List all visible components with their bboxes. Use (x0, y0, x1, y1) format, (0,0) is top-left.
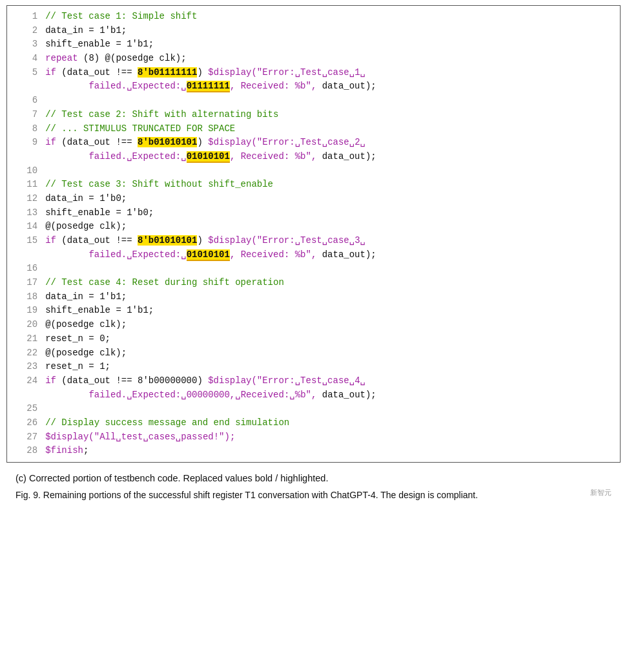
line-content: // Test case 2: Shift with alternating b… (44, 108, 617, 122)
line-number: 26 (10, 416, 44, 430)
line-number: 25 (10, 402, 44, 416)
line-number: 18 (10, 290, 44, 304)
line-content: shift_enable = 1'b1; (44, 304, 617, 318)
caption-box: (c) Corrected portion of testbench code.… (6, 468, 621, 506)
line-content (44, 94, 617, 108)
code-line-9: 9 if (data_out !== 8'b01010101) $display… (10, 136, 617, 150)
code-line-24: 24 if (data_out !== 8'b00000000) $displa… (10, 374, 617, 388)
code-line-16: 16 (10, 262, 617, 276)
line-number: 5 (10, 66, 44, 80)
code-line-22: 22 @(posedge clk); (10, 346, 617, 361)
line-number: 23 (10, 360, 44, 374)
line-number: 14 (10, 220, 44, 234)
line-content: // Test case 1: Simple shift (44, 10, 617, 24)
line-number: 7 (10, 108, 44, 122)
line-content: // Display success message and end simul… (44, 416, 617, 430)
line-number: 24 (10, 374, 44, 388)
line-content: // Test case 3: Shift without shift_enab… (44, 178, 617, 192)
code-line-7: 7 // Test case 2: Shift with alternating… (10, 108, 617, 122)
line-content (44, 164, 617, 178)
line-number: 21 (10, 332, 44, 346)
code-line-17: 17 // Test case 4: Reset during shift op… (10, 276, 617, 290)
line-content: @(posedge clk); (44, 346, 617, 361)
line-content: @(posedge clk); (44, 318, 617, 332)
line-number: 28 (10, 444, 44, 458)
code-line-18: 18 data_in = 1'b1; (10, 290, 617, 304)
code-line-12: 12 data_in = 1'b0; (10, 192, 617, 206)
code-line-6: 6 (10, 94, 617, 108)
line-number: 22 (10, 346, 44, 361)
code-line-2: 2 data_in = 1'b1; (10, 24, 617, 38)
line-number: 8 (10, 122, 44, 136)
code-line-25: 25 (10, 402, 617, 416)
code-line-3: 3 shift_enable = 1'b1; (10, 37, 617, 52)
line-content: // ... STIMULUS TRUNCATED FOR SPACE (44, 122, 617, 136)
highlight-expected: 01010101 (187, 151, 230, 163)
line-number: 27 (10, 430, 44, 445)
caption-title: (c) Corrected portion of testbench code.… (15, 472, 612, 486)
line-content: failed.␣Expected:␣01010101, Received: %b… (44, 150, 617, 164)
highlight-expected: 01111111 (187, 81, 230, 92)
highlight-expected: 01010101 (187, 249, 230, 261)
code-line-4: 4 repeat (8) @(posedge clk); (10, 52, 617, 66)
code-line-21: 21 reset_n = 0; (10, 332, 617, 346)
line-number (10, 248, 44, 262)
line-content: if (data_out !== 8'b01111111) $display("… (44, 66, 617, 80)
code-line-19: 19 shift_enable = 1'b1; (10, 304, 617, 318)
line-number: 15 (10, 234, 44, 248)
code-line-24-cont: failed.␣Expected:␣00000000,␣Received:␣%b… (10, 388, 617, 403)
code-line-5-cont: failed.␣Expected:␣01111111, Received: %b… (10, 79, 617, 94)
highlight-value: 8'b01010101 (138, 235, 197, 246)
watermark: 新智元 (590, 487, 612, 498)
line-number: 19 (10, 304, 44, 318)
line-number: 12 (10, 192, 44, 206)
line-content (44, 262, 617, 276)
outer-container: 1 // Test case 1: Simple shift 2 data_in… (0, 0, 627, 512)
fig-text: Fig. 9. Remaining portions of the succes… (15, 490, 478, 500)
highlight-value: 8'b01010101 (138, 137, 197, 147)
line-content: failed.␣Expected:␣00000000,␣Received:␣%b… (44, 388, 617, 403)
line-content: shift_enable = 1'b1; (44, 37, 617, 52)
code-line-9-cont: failed.␣Expected:␣01010101, Received: %b… (10, 150, 617, 164)
line-number: 3 (10, 37, 44, 52)
line-number: 2 (10, 24, 44, 38)
code-line-11: 11 // Test case 3: Shift without shift_e… (10, 178, 617, 192)
line-number: 20 (10, 318, 44, 332)
code-line-27: 27 $display("All␣test␣cases␣passed!"); (10, 430, 617, 445)
line-number: 10 (10, 164, 44, 178)
line-number: 16 (10, 262, 44, 276)
comment: // Test case 1: Simple shift (45, 11, 197, 21)
code-line-1: 1 // Test case 1: Simple shift (10, 10, 617, 24)
line-number: 11 (10, 178, 44, 192)
code-block: 1 // Test case 1: Simple shift 2 data_in… (6, 5, 621, 463)
line-number: 1 (10, 10, 44, 24)
code-line-23: 23 reset_n = 1; (10, 360, 617, 374)
code-line-8: 8 // ... STIMULUS TRUNCATED FOR SPACE (10, 122, 617, 136)
line-content: data_in = 1'b1; (44, 290, 617, 304)
code-line-14: 14 @(posedge clk); (10, 220, 617, 234)
line-number: 4 (10, 52, 44, 66)
caption-fig: Fig. 9. Remaining portions of the succes… (15, 488, 612, 502)
line-content: shift_enable = 1'b0; (44, 206, 617, 220)
code-line-13: 13 shift_enable = 1'b0; (10, 206, 617, 220)
code-table: 1 // Test case 1: Simple shift 2 data_in… (10, 10, 617, 458)
line-content: $finish; (44, 444, 617, 458)
line-number: 9 (10, 136, 44, 150)
line-content: reset_n = 1; (44, 360, 617, 374)
line-content: $display("All␣test␣cases␣passed!"); (44, 430, 617, 445)
line-content: if (data_out !== 8'b01010101) $display("… (44, 234, 617, 248)
line-content: if (data_out !== 8'b01010101) $display("… (44, 136, 617, 150)
code-line-5: 5 if (data_out !== 8'b01111111) $display… (10, 66, 617, 80)
line-content: reset_n = 0; (44, 332, 617, 346)
line-number: 17 (10, 276, 44, 290)
line-number: 6 (10, 94, 44, 108)
line-content: data_in = 1'b0; (44, 192, 617, 206)
code-line-26: 26 // Display success message and end si… (10, 416, 617, 430)
highlight-value: 8'b01111111 (138, 67, 197, 78)
line-number (10, 388, 44, 403)
line-content: data_in = 1'b1; (44, 24, 617, 38)
code-line-20: 20 @(posedge clk); (10, 318, 617, 332)
line-content (44, 402, 617, 416)
line-content: // Test case 4: Reset during shift opera… (44, 276, 617, 290)
line-number: 13 (10, 206, 44, 220)
